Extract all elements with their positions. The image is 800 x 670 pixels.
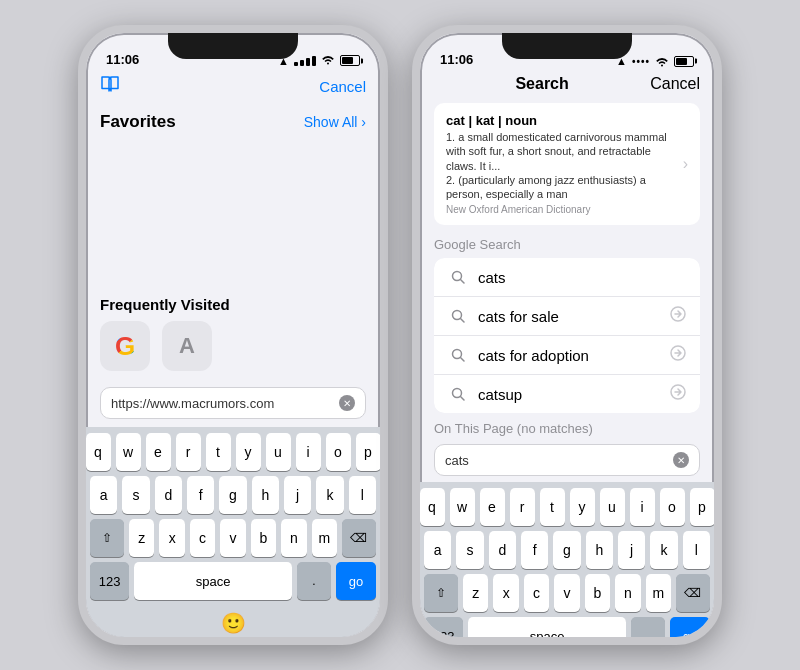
key-row-2-4: 123 space . go	[424, 617, 710, 637]
search-icon-4	[448, 384, 468, 404]
key-p[interactable]: p	[356, 433, 381, 471]
key-z[interactable]: z	[129, 519, 154, 557]
key-q[interactable]: q	[86, 433, 111, 471]
svg-line-9	[461, 397, 465, 401]
key2-u[interactable]: u	[600, 488, 625, 526]
key-d[interactable]: d	[155, 476, 182, 514]
key2-i[interactable]: i	[630, 488, 655, 526]
key2-f[interactable]: f	[521, 531, 548, 569]
key2-r[interactable]: r	[510, 488, 535, 526]
key-h[interactable]: h	[252, 476, 279, 514]
result-item-cats-for-sale[interactable]: cats for sale	[434, 297, 700, 336]
a-shortcut[interactable]: A	[162, 321, 212, 371]
key-dot[interactable]: .	[297, 562, 331, 600]
keyboard-1: q w e r t y u i o p a s d f g h j k l	[86, 427, 380, 609]
key-u[interactable]: u	[266, 433, 291, 471]
key-b[interactable]: b	[251, 519, 276, 557]
key-delete[interactable]: ⌫	[342, 519, 376, 557]
key2-p[interactable]: p	[690, 488, 715, 526]
key-row-2-2: a s d f g h j k l	[424, 531, 710, 569]
key2-num[interactable]: 123	[424, 617, 463, 637]
google-search-label: Google Search	[420, 229, 714, 254]
key2-d[interactable]: d	[489, 531, 516, 569]
key-w[interactable]: w	[116, 433, 141, 471]
key-go[interactable]: go	[336, 562, 376, 600]
search-clear-button[interactable]: ✕	[673, 452, 689, 468]
result-item-cats[interactable]: cats	[434, 258, 700, 297]
cancel-button-2[interactable]: Cancel	[650, 75, 700, 93]
search-url-bar[interactable]: cats ✕	[434, 444, 700, 476]
key-x[interactable]: x	[159, 519, 184, 557]
key-j[interactable]: j	[284, 476, 311, 514]
key2-z[interactable]: z	[463, 574, 488, 612]
key2-x[interactable]: x	[493, 574, 518, 612]
book-icon[interactable]	[100, 75, 120, 98]
key2-shift[interactable]: ⇧	[424, 574, 458, 612]
key2-g[interactable]: g	[553, 531, 580, 569]
key2-go[interactable]: go	[670, 617, 710, 637]
key-space[interactable]: space	[134, 562, 292, 600]
key2-j[interactable]: j	[618, 531, 645, 569]
favorites-header: Favorites Show All ›	[86, 104, 380, 136]
key2-m[interactable]: m	[646, 574, 671, 612]
key2-b[interactable]: b	[585, 574, 610, 612]
key-y[interactable]: y	[236, 433, 261, 471]
svg-line-3	[461, 319, 465, 323]
svg-line-6	[461, 358, 465, 362]
key-s[interactable]: s	[122, 476, 149, 514]
search-input[interactable]: cats	[445, 453, 673, 468]
key2-n[interactable]: n	[615, 574, 640, 612]
key2-a[interactable]: a	[424, 531, 451, 569]
key-l[interactable]: l	[349, 476, 376, 514]
key2-t[interactable]: t	[540, 488, 565, 526]
key2-dot[interactable]: .	[631, 617, 665, 637]
show-all-button[interactable]: Show All ›	[304, 114, 366, 130]
key-k[interactable]: k	[316, 476, 343, 514]
dict-chevron-icon: ›	[675, 113, 688, 215]
key-a[interactable]: a	[90, 476, 117, 514]
key2-l[interactable]: l	[683, 531, 710, 569]
result-item-catsup[interactable]: catsup	[434, 375, 700, 413]
key-m[interactable]: m	[312, 519, 337, 557]
key-c[interactable]: c	[190, 519, 215, 557]
url-clear-button[interactable]: ✕	[339, 395, 355, 411]
key-num[interactable]: 123	[90, 562, 129, 600]
google-shortcut[interactable]: G	[100, 321, 150, 371]
key2-v[interactable]: v	[554, 574, 579, 612]
key-shift[interactable]: ⇧	[90, 519, 124, 557]
key-n[interactable]: n	[281, 519, 306, 557]
key-t[interactable]: t	[206, 433, 231, 471]
key-i[interactable]: i	[296, 433, 321, 471]
emoji-icon[interactable]: 🙂	[221, 611, 246, 635]
result-item-cats-adoption[interactable]: cats for adoption	[434, 336, 700, 375]
key2-o[interactable]: o	[660, 488, 685, 526]
search-title: Search	[515, 75, 568, 93]
dictionary-card[interactable]: cat | kat | noun 1. a small domesticated…	[434, 103, 700, 225]
key-o[interactable]: o	[326, 433, 351, 471]
dict-def1: 1. a small domesticated carnivorous mamm…	[446, 130, 675, 173]
key2-y[interactable]: y	[570, 488, 595, 526]
key-g[interactable]: g	[219, 476, 246, 514]
key2-k[interactable]: k	[650, 531, 677, 569]
frequently-visited-title: Frequently Visited	[100, 296, 366, 313]
key2-space[interactable]: space	[468, 617, 626, 637]
url-input[interactable]: https://www.macrumors.com	[111, 396, 339, 411]
key2-s[interactable]: s	[456, 531, 483, 569]
key2-h[interactable]: h	[586, 531, 613, 569]
key-f[interactable]: f	[187, 476, 214, 514]
key2-e[interactable]: e	[480, 488, 505, 526]
key2-q[interactable]: q	[420, 488, 445, 526]
nav-bar-1: Cancel	[86, 71, 380, 104]
key-r[interactable]: r	[176, 433, 201, 471]
dict-def2: 2. (particularly among jazz enthusiasts)…	[446, 173, 675, 202]
key2-c[interactable]: c	[524, 574, 549, 612]
result-text-catsup: catsup	[478, 386, 670, 403]
key-v[interactable]: v	[220, 519, 245, 557]
time-1: 11:06	[106, 52, 139, 67]
url-bar[interactable]: https://www.macrumors.com ✕	[100, 387, 366, 419]
key2-w[interactable]: w	[450, 488, 475, 526]
result-text-sale: cats for sale	[478, 308, 670, 325]
key2-delete[interactable]: ⌫	[676, 574, 710, 612]
cancel-button-1[interactable]: Cancel	[319, 78, 366, 95]
key-e[interactable]: e	[146, 433, 171, 471]
